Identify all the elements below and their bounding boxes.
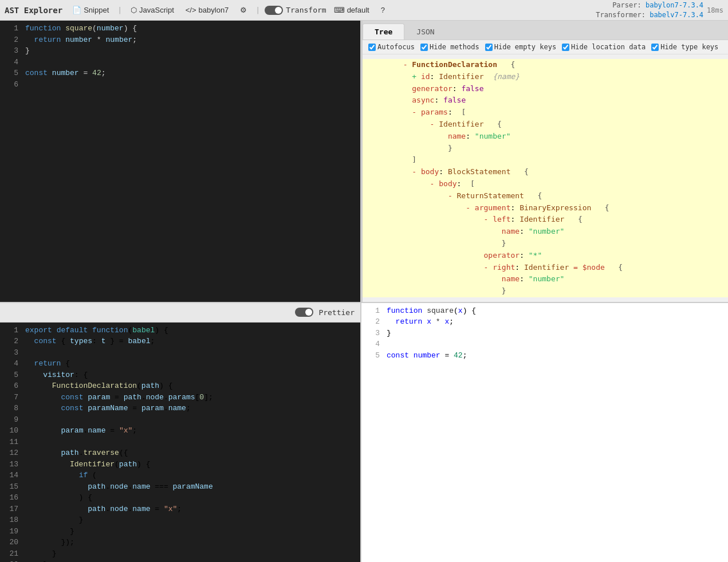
ast-node[interactable]: async: false (363, 95, 728, 107)
code-line: 11 (0, 437, 360, 448)
language-icon: ⬡ (131, 6, 137, 14)
code-line: 5 visitor: { (0, 370, 360, 381)
code-line: 19 } (0, 526, 360, 537)
transform-header: Prettier (0, 303, 360, 323)
code-line: 8 const paramName = param.name; (0, 403, 360, 414)
ast-node[interactable]: name: "number" (363, 273, 728, 285)
ast-node[interactable]: } (363, 143, 728, 155)
gear-icon: ⚙ (240, 6, 247, 14)
hide-methods-checkbox[interactable]: Hide methods (420, 43, 479, 51)
code-line: 14 if ( (0, 470, 360, 481)
code-line: 2 return number * number; (0, 34, 360, 46)
bottom-row: Prettier 1 export default function(babel… (0, 303, 728, 562)
code-line: 3 } (0, 45, 360, 57)
ast-node[interactable]: - FunctionDeclaration { (363, 59, 728, 71)
code-line: 2 const { types: t } = babel; (0, 336, 360, 347)
code-line: 15 path.node.name === paramName (0, 481, 360, 493)
source-editor[interactable]: 1 function square(number) { 2 return num… (0, 21, 361, 302)
hide-type-keys-checkbox[interactable]: Hide type keys (651, 43, 718, 51)
code-line: 18 } (0, 514, 360, 526)
hide-location-data-checkbox[interactable]: Hide location data (562, 43, 646, 51)
ast-node[interactable]: generator: false (363, 83, 728, 95)
autofocus-checkbox[interactable]: Autofocus (368, 43, 415, 51)
code-line: 22 } (0, 559, 360, 562)
code-line: 20 }); (0, 537, 360, 548)
language-button[interactable]: ⬡ JavaScript (127, 4, 178, 16)
parser-version-link[interactable]: babylon7-7.3.4 (646, 1, 703, 9)
ast-node[interactable]: - body: BlockStatement { (363, 166, 728, 178)
tab-json[interactable]: JSON (404, 23, 446, 40)
ast-node[interactable]: - argument: BinaryExpression { (363, 202, 728, 214)
output-panel: 1 function square(x) { 2 return x * x; 3… (361, 303, 728, 562)
transform-toggle[interactable]: Transform (265, 6, 326, 15)
ast-panel: Tree JSON Autofocus Hide methods Hide em… (361, 21, 728, 302)
ast-node[interactable]: operator: "*" (363, 250, 728, 262)
code-line: 17 path.node.name = "x"; (0, 504, 360, 515)
top-row: 1 function square(number) { 2 return num… (0, 21, 728, 303)
ast-node[interactable]: + id: Identifier {name} (363, 71, 728, 83)
code-line: 10 param.name = "x"; (0, 425, 360, 437)
keyboard-icon: ⌨ (334, 6, 345, 14)
ast-node[interactable]: - params: [ (363, 107, 728, 119)
toolbar: AST Explorer 📄 Snippet | ⬡ JavaScript </… (0, 0, 728, 21)
main-area: 1 function square(number) { 2 return num… (0, 21, 728, 562)
code-line: 12 path.traverse({ (0, 447, 360, 459)
snippet-button[interactable]: 📄 Snippet (68, 4, 113, 16)
code-line: 5 const number = 42; (361, 350, 728, 361)
code-line: 2 return x * x; (361, 316, 728, 328)
code-line: 7 const param = path.node.params[0]; (0, 392, 360, 403)
code-icon: </> (186, 6, 196, 14)
ast-node[interactable]: - ReturnStatement { (363, 190, 728, 202)
code-line: 4 return { (0, 358, 360, 370)
ast-node[interactable]: name: "number" (363, 131, 728, 143)
snippet-icon: 📄 (72, 6, 81, 14)
transform-code[interactable]: 1 export default function(babel) { 2 con… (0, 323, 360, 562)
app-logo: AST Explorer (5, 6, 62, 15)
ast-node[interactable]: ] (363, 154, 728, 166)
keyboard-button[interactable]: ⌨ default (330, 4, 373, 16)
ast-tabs: Tree JSON (363, 21, 728, 40)
output-code[interactable]: 1 function square(x) { 2 return x * x; 3… (361, 303, 728, 562)
code-line: 3 } (361, 328, 728, 339)
ast-node[interactable]: - Identifier { (363, 119, 728, 131)
code-line: 4 (361, 339, 728, 350)
ast-node[interactable]: } (363, 285, 728, 297)
timing-display: 18ms (707, 6, 723, 14)
code-line: 16 ) { (0, 492, 360, 504)
transform-editor: Prettier 1 export default function(babel… (0, 303, 361, 562)
tab-tree[interactable]: Tree (363, 23, 404, 40)
ast-node[interactable]: - left: Identifier { (363, 214, 728, 226)
parser-info: Parser: babylon7-7.3.4 Transformer: babe… (596, 1, 723, 20)
code-line: 1 function square(number) { (0, 23, 360, 34)
ast-node[interactable]: name: "number" (363, 226, 728, 238)
code-line: 5 const number = 42; (0, 68, 360, 79)
ast-node[interactable]: - right: Identifier = $node { (363, 262, 728, 274)
code-line: 9 (0, 414, 360, 426)
settings-button[interactable]: ⚙ (236, 4, 251, 16)
code-line: 6 (0, 79, 360, 91)
ast-options: Autofocus Hide methods Hide empty keys H… (363, 40, 728, 54)
parser-button[interactable]: </> babylon7 (182, 4, 233, 16)
hide-empty-keys-checkbox[interactable]: Hide empty keys (485, 43, 556, 51)
ast-tree[interactable]: - FunctionDeclaration { + id: Identifier… (363, 54, 728, 302)
ast-node[interactable]: - body: [ (363, 178, 728, 190)
prettier-toggle[interactable]: Prettier (295, 308, 355, 317)
help-button[interactable]: ? (377, 4, 389, 16)
code-line: 1 export default function(babel) { (0, 325, 360, 336)
code-line: 4 (0, 57, 360, 68)
transformer-version-link[interactable]: babelv7-7.3.4 (650, 11, 703, 19)
code-line: 13 Identifier(path) { (0, 459, 360, 470)
code-line: 3 (0, 347, 360, 359)
code-line: 1 function square(x) { (361, 305, 728, 317)
code-line: 21 } (0, 548, 360, 560)
code-line: 6 FunctionDeclaration(path) { (0, 380, 360, 392)
ast-node[interactable]: } (363, 238, 728, 250)
